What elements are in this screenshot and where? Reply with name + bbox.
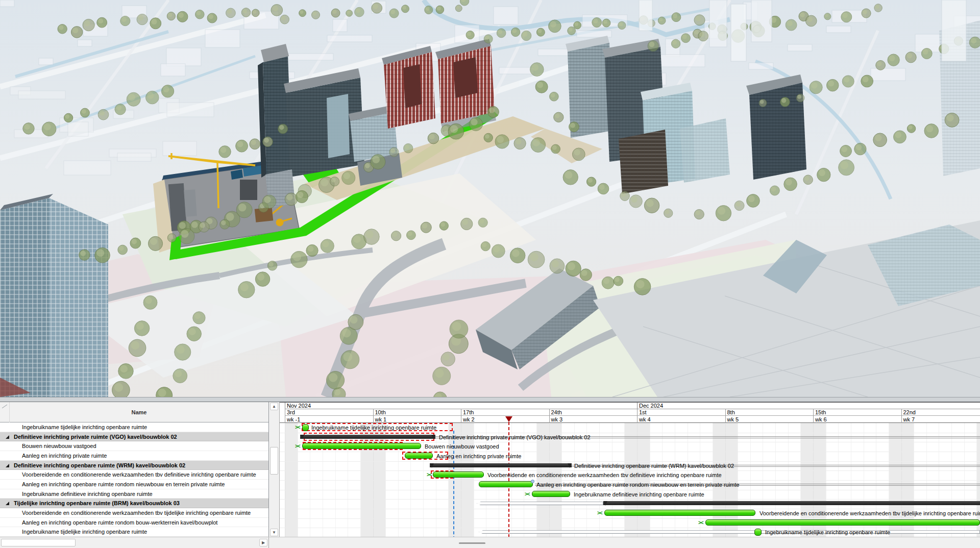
gantt-row[interactable]: Definitieve inrichting openbare ruimte (… [280, 461, 980, 471]
week-date-cell[interactable]: 1st [637, 409, 725, 416]
month-header-cell[interactable]: Dec 2024 [637, 403, 980, 409]
bar-label: Ingebruikname definitieve inrichting ope… [574, 491, 704, 499]
task-name-label: Ingebruikname tijdelijke inrichting open… [22, 527, 147, 537]
milestone-bar[interactable] [302, 424, 309, 431]
table-header[interactable]: Name [0, 402, 269, 422]
week-number-cell[interactable]: wk 7 [901, 416, 980, 423]
panel-splitter[interactable] [0, 397, 980, 402]
gantt-row[interactable]: Aanleg en inrichting openbare ruimte ron… [280, 480, 980, 490]
summary-bar-left-cap [300, 435, 304, 439]
task-name-label: Ingebruikname definitieve inrichting ope… [22, 489, 153, 499]
task-name-label: Definitieve inrichting private ruimte (V… [14, 432, 177, 442]
expand-triangle-icon[interactable] [6, 464, 9, 467]
summary-bar-left-cap [430, 463, 434, 468]
gantt-row[interactable]: ><Voorbereidende en conditionerende werk… [280, 509, 980, 518]
link-handles-icon[interactable]: >< [597, 510, 602, 517]
task-bar[interactable] [405, 453, 433, 459]
gantt-row[interactable]: >< [280, 518, 980, 528]
expand-triangle-icon[interactable] [6, 435, 9, 439]
task-row[interactable]: Voorbereidende en conditionerende werkza… [0, 470, 269, 480]
summary-bar-right-cap [431, 435, 435, 439]
chart-scroll-thumb[interactable] [459, 542, 485, 544]
week-number-cell[interactable]: wk 6 [813, 416, 901, 423]
task-row[interactable]: Bouwen nieuwbouw vastgoed [0, 441, 269, 451]
summary-bar[interactable] [300, 435, 435, 439]
group-row[interactable]: Definitieve inrichting openbare ruimte (… [0, 461, 269, 470]
week-date-cell[interactable]: 22nd [901, 409, 980, 416]
bar-label: Voorbereidende en conditionerende werkza… [487, 471, 722, 479]
bottom-scroll-strip: ▶ [0, 537, 980, 548]
task-bar[interactable] [433, 471, 484, 478]
task-row[interactable]: Voorbereidende en conditionerende werkza… [0, 508, 269, 518]
task-row[interactable]: Ingebruikname definitieve inrichting ope… [0, 489, 269, 499]
task-row[interactable]: Ingebruikname tijdelijke inrichting open… [0, 527, 269, 537]
week-number-cell[interactable]: wk 1 [373, 416, 461, 423]
week-date-cell[interactable]: 10th [373, 409, 461, 416]
task-name-label: Ingebruikname tijdelijke inrichting open… [22, 422, 147, 432]
bar-label: Aanleg en inrichting openbare ruimte ron… [536, 481, 739, 489]
month-header-cell[interactable]: Nov 2024 [285, 403, 637, 409]
link-handles-icon[interactable]: >< [295, 443, 300, 450]
link-point-icon[interactable] [531, 480, 534, 483]
gantt-chart[interactable]: Nov 2024Dec 20243rdwk -110thwk 117thwk 2… [280, 402, 980, 537]
gantt-row[interactable]: ><Ingebruikname definitieve inrichting o… [280, 490, 980, 500]
link-handles-icon[interactable]: >< [427, 471, 432, 479]
summary-bar-right-cap [568, 463, 572, 468]
name-column-header[interactable]: Name [9, 402, 269, 422]
gantt-chart-body[interactable]: ><Ingebruikname tijdelijke inrichting op… [280, 423, 980, 537]
week-date-cell[interactable]: 24th [549, 409, 638, 416]
planned-span-bar[interactable] [479, 530, 980, 534]
week-number-cell[interactable]: wk 3 [549, 416, 638, 423]
gantt-panel: Name Ingebruikname tijdelijke inrichting… [0, 402, 980, 548]
3d-viewport[interactable] [0, 0, 980, 397]
task-row[interactable]: Aanleg en inrichting openbare ruimte ron… [0, 480, 269, 489]
week-date-cell[interactable]: 8th [725, 409, 814, 416]
summary-bar[interactable] [603, 501, 980, 505]
summary-bar[interactable] [430, 463, 572, 467]
planned-span-bar[interactable] [477, 502, 603, 505]
gantt-row[interactable]: ><Bouwen nieuwbouw vastgoed [280, 442, 980, 452]
task-bar[interactable] [604, 510, 755, 516]
bar-label: Aanleg en inrichting private ruimte [436, 453, 521, 460]
gantt-row[interactable]: Aanleg en inrichting private ruimte [280, 452, 980, 461]
week-number-cell[interactable]: wk 4 [637, 416, 725, 423]
gantt-row[interactable]: ><Ingebruikname tijdelijke inrichting op… [280, 423, 980, 433]
week-date-cell[interactable]: 15th [813, 409, 901, 416]
week-number-cell[interactable]: wk -1 [285, 416, 373, 423]
task-row[interactable]: Aanleg en inrichting private ruimte [0, 451, 269, 461]
horizontal-scrollbar[interactable]: ▶ [0, 537, 269, 548]
week-date-cell[interactable]: 3rd [285, 409, 373, 416]
link-handles-icon[interactable]: >< [698, 519, 703, 527]
vertical-scrollbar[interactable]: ▲ ▼ [269, 402, 280, 537]
task-bar[interactable] [479, 481, 533, 487]
task-bar[interactable] [302, 443, 421, 449]
scroll-down-icon[interactable]: ▼ [270, 529, 278, 536]
week-number-cell[interactable]: wk 5 [725, 416, 814, 423]
expand-triangle-icon[interactable] [6, 502, 9, 505]
milestone-bar[interactable] [754, 529, 762, 536]
week-date-cell[interactable]: 17th [461, 409, 549, 416]
bar-label: Ingebruikname tijdelijke inrichting open… [311, 424, 436, 432]
scroll-right-icon[interactable]: ▶ [259, 539, 267, 546]
link-handles-icon[interactable]: >< [525, 491, 530, 498]
task-row[interactable]: Ingebruikname tijdelijke inrichting open… [0, 422, 269, 432]
timeline-header[interactable]: Nov 2024Dec 20243rdwk -110thwk 117thwk 2… [280, 403, 980, 423]
gantt-row[interactable]: Definitieve inrichting private ruimte (V… [280, 433, 980, 442]
horizontal-scroll-thumb[interactable] [1, 539, 76, 546]
task-bar[interactable] [705, 519, 980, 526]
gantt-row[interactable]: ><Voorbereidende en conditionerende werk… [280, 470, 980, 480]
task-row[interactable]: Aanleg en inrichting openbare ruimte ron… [0, 518, 269, 528]
bar-label: Definitieve inrichting private ruimte (V… [439, 434, 591, 441]
link-handles-icon[interactable]: >< [295, 424, 300, 431]
focus-date-marker-icon[interactable] [505, 416, 512, 422]
vertical-scroll-thumb[interactable] [270, 447, 278, 475]
task-bar[interactable] [532, 491, 570, 497]
summary-bar-left-cap [603, 501, 607, 506]
group-row[interactable]: Tijdelijke inrichting openbare ruimte (B… [0, 499, 269, 508]
gantt-row[interactable]: Ingebruikname tijdelijke inrichting open… [280, 528, 980, 537]
group-row[interactable]: Definitieve inrichting private ruimte (V… [0, 432, 269, 442]
gantt-row[interactable] [280, 499, 980, 509]
task-name-label: Aanleg en inrichting private ruimte [22, 451, 107, 461]
scroll-up-icon[interactable]: ▲ [270, 403, 278, 410]
bar-label: Voorbereidende en conditionerende werkza… [760, 510, 980, 517]
